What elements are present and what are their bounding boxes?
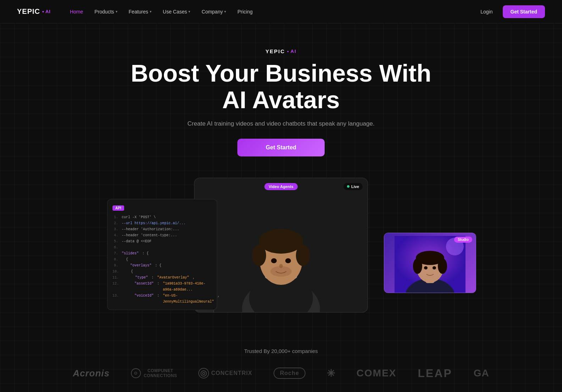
live-label: Live xyxy=(351,184,359,189)
logo-roche: Roche xyxy=(274,368,305,379)
nav-links: Home Products ▾ Features ▾ Use Cases ▾ C… xyxy=(65,6,476,17)
code-line: 2. --url https://api.yepic.ai/... xyxy=(112,220,212,226)
use-cases-chevron-icon: ▾ xyxy=(188,10,190,13)
api-badge: API xyxy=(112,205,124,211)
code-line: 8. { xyxy=(112,256,212,263)
live-badge: Live xyxy=(343,183,363,190)
logo-compunet: ⊙ COMPUNETconnections xyxy=(131,368,177,379)
compunet-icon: ⊙ xyxy=(131,368,141,378)
svg-point-6 xyxy=(252,245,266,266)
code-line: 4. --header 'content-type:... xyxy=(112,232,212,238)
brand-name: YEPIC xyxy=(17,7,40,16)
svg-point-17 xyxy=(413,258,422,274)
code-line: 9. "overlays": { xyxy=(112,263,212,269)
man-avatar-svg xyxy=(238,206,324,312)
logo-leap: LEAP xyxy=(418,367,452,380)
nav-products[interactable]: Products ▾ xyxy=(89,6,122,17)
hero-subtitle: Create AI training videos and video chat… xyxy=(187,120,374,127)
nav-home[interactable]: Home xyxy=(65,6,88,17)
logos-row: Acronis ⊙ COMPUNETconnections ◎ CONCENTR… xyxy=(0,367,562,380)
svg-point-5 xyxy=(259,229,303,254)
logo-star: ✳ xyxy=(327,368,335,379)
live-dot-icon xyxy=(347,185,349,188)
logo-ga: GA xyxy=(474,368,489,379)
login-button[interactable]: Login xyxy=(476,6,497,17)
features-chevron-icon: ▾ xyxy=(150,10,151,13)
svg-point-18 xyxy=(438,258,447,274)
code-line: 7. "slides": { xyxy=(112,250,212,256)
navigation: YEPIC AI Home Products ▾ Features ▾ Use … xyxy=(0,0,562,23)
roche-pill: Roche xyxy=(274,368,305,379)
brand-logo[interactable]: YEPIC AI xyxy=(17,7,51,16)
code-line: 6. xyxy=(112,244,212,250)
code-line: 3. --header 'Authorization:... xyxy=(112,226,212,232)
hero-title: Boost Your Business With AI Avatars xyxy=(121,60,441,113)
svg-point-8 xyxy=(271,258,277,263)
video-panel: Video Agents Live xyxy=(194,178,368,313)
nav-pricing[interactable]: Pricing xyxy=(232,6,258,17)
get-started-nav-button[interactable]: Get Started xyxy=(503,5,545,18)
hero-badge: YEPIC AI xyxy=(265,48,297,54)
code-line: 12. "assetId": "1a901a33-9783-418e-a96a-… xyxy=(112,281,212,293)
hero-section: YEPIC AI Boost Your Business With AI Ava… xyxy=(0,23,562,178)
logo-comex: COMEX xyxy=(357,368,397,379)
svg-point-9 xyxy=(285,258,291,263)
nav-features[interactable]: Features ▾ xyxy=(124,6,156,17)
concentrix-icon: ◎ xyxy=(198,368,209,379)
svg-point-19 xyxy=(424,266,428,269)
trusted-title: Trusted By 20,000+ companies xyxy=(0,348,562,354)
demo-area: API 1. curl -X 'POST' \ 2. --url https:/… xyxy=(0,178,562,327)
svg-point-7 xyxy=(296,245,310,266)
code-line: 1. curl -X 'POST' \ xyxy=(112,214,212,220)
brand-ai: AI xyxy=(42,9,51,15)
nav-use-cases[interactable]: Use Cases ▾ xyxy=(158,6,195,17)
code-line: 10. { xyxy=(112,269,212,275)
trusted-section: Trusted By 20,000+ companies Acronis ⊙ C… xyxy=(0,327,562,380)
nav-company[interactable]: Company ▾ xyxy=(197,6,231,17)
logo-concentrix: ◎ CONCENTRIX xyxy=(198,368,252,379)
code-block: 1. curl -X 'POST' \ 2. --url https://api… xyxy=(112,214,212,305)
company-chevron-icon: ▾ xyxy=(224,10,226,13)
svg-point-20 xyxy=(432,266,436,269)
api-panel: API 1. curl -X 'POST' \ 2. --url https:/… xyxy=(107,199,217,310)
code-line: 11. "type": "AvatarOverlay", xyxy=(112,275,212,281)
logo-acronis: Acronis xyxy=(73,368,110,379)
video-agents-label: Video Agents xyxy=(264,183,298,190)
svg-point-11 xyxy=(270,266,292,277)
hero-cta-button[interactable]: Get Started xyxy=(237,139,325,156)
man-avatar xyxy=(194,178,368,312)
nav-right: Login Get Started xyxy=(476,5,545,18)
studio-label: Studio xyxy=(454,237,472,243)
products-chevron-icon: ▾ xyxy=(116,10,117,13)
code-line: 13. "voiceId": "en-US-JennyMultilingualN… xyxy=(112,293,212,305)
hero-badge-ai: AI xyxy=(287,49,297,54)
studio-avatar-svg xyxy=(395,236,465,293)
studio-panel: Studio xyxy=(384,233,476,293)
code-line: 5. --data @ <<EOF xyxy=(112,238,212,244)
hero-badge-name: YEPIC xyxy=(265,48,285,54)
